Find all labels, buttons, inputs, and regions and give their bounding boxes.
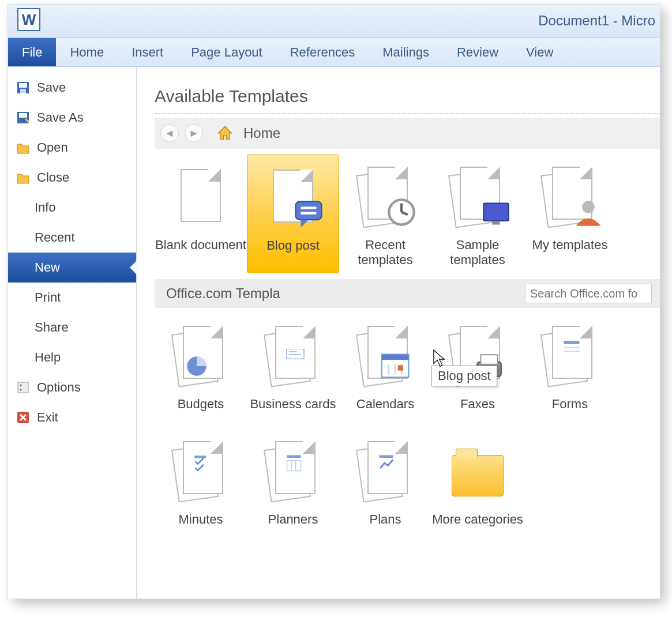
template-label: Plans [339,512,431,527]
nav-forward-button[interactable]: ► [185,124,203,142]
template-sample-templates[interactable]: Sample templates [431,155,524,273]
sidebar-item-save-as[interactable]: Save As [8,103,136,133]
section-title: Office.com Templa [166,285,280,302]
svg-rect-15 [483,204,508,221]
sidebar-item-recent[interactable]: Recent [8,223,136,253]
sidebar-item-label: Recent [35,230,75,245]
template-label: Budgets [155,397,247,412]
tab-insert[interactable]: Insert [118,38,177,66]
home-icon[interactable] [217,125,233,141]
template-my-templates[interactable]: My templates [524,155,616,273]
forms-icon [544,326,596,383]
svg-rect-1 [19,83,27,88]
options-icon [16,381,30,394]
svg-point-7 [20,389,22,391]
sidebar-item-label: Save [37,80,66,95]
backstage-content: Available Templates ◄ ► Home Blank docum [137,67,660,599]
template-label: More categories [431,512,524,527]
templates-row-builtin: Blank document Blog post Recent template… [155,149,660,279]
calendars-icon [359,326,411,383]
sidebar-item-label: Save As [37,110,84,125]
tab-home[interactable]: Home [56,38,118,66]
svg-rect-34 [194,456,206,458]
breadcrumb[interactable]: Home [243,125,280,141]
folder-icon [452,455,504,496]
person-icon [573,198,603,228]
open-folder-icon [16,141,30,155]
template-label: Recent templates [339,238,431,268]
clock-icon [386,197,416,227]
svg-rect-23 [382,355,409,360]
tab-view[interactable]: View [512,38,567,66]
svg-rect-29 [480,355,497,364]
tooltip: Blog post [431,366,497,386]
tab-page-layout[interactable]: Page Layout [177,38,276,66]
sidebar-item-new[interactable]: New [8,253,136,283]
template-plans[interactable]: Plans [339,429,431,533]
minutes-icon [175,441,227,499]
nav-back-button[interactable]: ◄ [160,124,179,142]
template-label: Minutes [155,512,247,527]
sidebar-item-label: Exit [37,410,58,425]
templates-row-office-2: Minutes Planners Plans More categor [155,423,660,539]
template-calendars[interactable]: Calendars [339,314,431,417]
plans-icon [359,441,411,499]
sidebar-item-exit[interactable]: Exit [8,402,136,432]
word-logo-icon: W [17,8,40,31]
svg-rect-19 [287,349,304,359]
sidebar-item-open[interactable]: Open [8,133,136,163]
business-cards-icon [267,326,319,383]
template-business-cards[interactable]: Business cards [247,314,339,417]
save-icon [16,81,30,95]
sidebar-item-label: Open [37,140,68,155]
sidebar-item-info[interactable]: Info [8,193,136,223]
svg-point-6 [20,385,22,386]
template-blank-document[interactable]: Blank document [155,155,247,273]
save-as-icon [16,111,30,125]
svg-rect-2 [20,89,26,93]
budgets-icon [175,326,227,383]
page-title: Available Templates [155,86,660,106]
svg-rect-31 [564,341,580,344]
sidebar-item-options[interactable]: Options [8,372,136,402]
tab-review[interactable]: Review [443,38,512,66]
template-budgets[interactable]: Budgets [155,314,247,417]
backstage-sidebar: Save Save As Open Close [8,67,137,599]
sidebar-item-print[interactable]: Print [8,283,136,313]
sidebar-item-share[interactable]: Share [8,313,136,343]
monitor-icon [481,198,511,228]
sidebar-item-save[interactable]: Save [8,73,136,103]
speech-bubble-icon [293,199,324,230]
planners-icon [267,441,319,499]
template-label: Blank document [155,238,247,253]
template-recent-templates[interactable]: Recent templates [339,155,431,273]
title-bar: W Document1 - Micro [8,5,660,38]
svg-rect-16 [493,221,500,225]
sidebar-item-label: Print [35,290,61,305]
sidebar-item-label: Share [35,320,69,335]
svg-rect-9 [296,202,322,220]
template-label: Calendars [339,397,431,412]
tab-file[interactable]: File [8,38,56,66]
template-minutes[interactable]: Minutes [155,429,247,533]
close-folder-icon [16,171,30,185]
ribbon-tabs: File Home Insert Page Layout References … [8,38,660,67]
template-label: Blog post [247,238,339,253]
svg-rect-27 [398,365,403,370]
search-office-input[interactable] [525,284,652,303]
template-forms[interactable]: Forms [524,314,616,417]
sidebar-item-help[interactable]: Help [8,343,136,372]
template-blog-post[interactable]: Blog post [247,155,339,273]
template-label: Sample templates [431,238,524,268]
sidebar-item-label: New [35,260,60,275]
svg-rect-35 [287,456,301,458]
sidebar-item-close[interactable]: Close [8,163,136,193]
tab-mailings[interactable]: Mailings [369,38,443,66]
template-planners[interactable]: Planners [247,429,339,533]
app-window: W Document1 - Micro File Home Insert Pag… [8,5,660,599]
tab-references[interactable]: References [276,38,369,66]
document-title: Document1 - Micro [538,13,655,29]
template-more-categories[interactable]: More categories [431,429,524,533]
office-com-section-header: Office.com Templa [155,279,660,308]
exit-icon [16,411,30,424]
